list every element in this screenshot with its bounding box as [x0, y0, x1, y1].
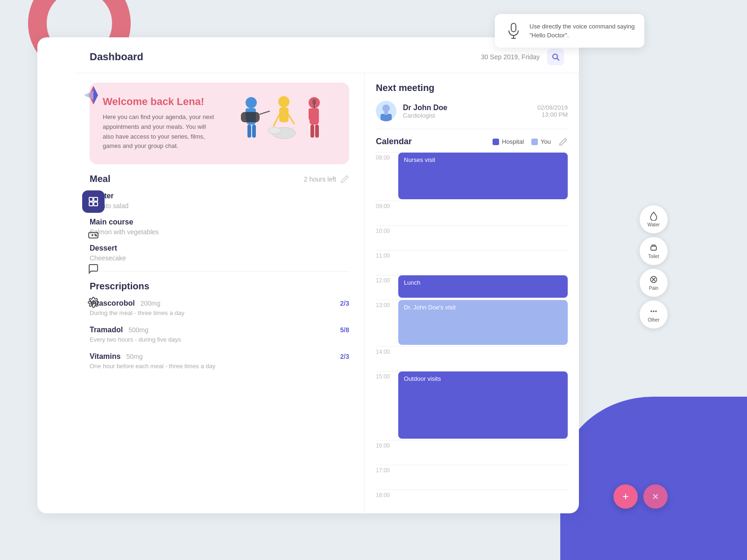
svg-rect-9 [89, 202, 93, 206]
slot-content-10 [398, 226, 568, 250]
svg-rect-45 [651, 246, 656, 250]
other-label: Other [648, 317, 659, 322]
header-date: 30 Sep 2019, Friday [481, 53, 540, 61]
legend-you: You [531, 138, 551, 145]
welcome-illustration [218, 83, 340, 164]
svg-point-15 [96, 235, 97, 236]
other-button[interactable]: Other [640, 301, 668, 329]
pain-label: Pain [649, 286, 658, 291]
svg-rect-23 [247, 125, 251, 138]
meal-items: Starter Tomato salad Main course Salmon … [90, 192, 349, 262]
welcome-banner: Welcome back Lena! Here you can find you… [90, 83, 349, 164]
svg-line-31 [274, 115, 279, 126]
svg-rect-0 [511, 23, 516, 32]
mic-icon [504, 21, 523, 40]
slot-content-15: Outdoor visits [398, 371, 568, 439]
meal-section-header: Meal 2 hours left [90, 174, 349, 184]
doctor-info: Dr John Doe Cardiologist [376, 101, 447, 121]
svg-point-49 [650, 310, 652, 312]
slot-content-16 [398, 441, 568, 465]
presc-instruction-2: One hour before each meal - three times … [90, 363, 349, 370]
toilet-button[interactable]: Toilet [640, 237, 668, 265]
time-slot-14: 14:00 [376, 346, 568, 371]
page-title: Dashboard [90, 51, 143, 63]
sidebar-item-dashboard[interactable] [82, 190, 105, 213]
slot-content-12: Lunch [398, 275, 568, 300]
calendar-edit-icon[interactable] [558, 137, 568, 147]
svg-rect-43 [381, 114, 392, 121]
welcome-description: Here you can find your agenda, your next… [103, 112, 215, 151]
meal-edit-icon[interactable] [340, 175, 349, 184]
meal-meta: 2 hours left [304, 175, 349, 184]
legend-hospital: Hospital [493, 138, 524, 145]
svg-rect-8 [94, 197, 98, 201]
doctor-details: Dr John Doe Cardiologist [403, 104, 447, 119]
svg-point-40 [312, 99, 316, 105]
svg-line-18 [557, 58, 559, 60]
legend-you-label: You [541, 138, 551, 145]
presc-count-0: 2/3 [340, 300, 349, 307]
time-slot-17: 17:00 [376, 465, 568, 490]
sidebar-item-settings[interactable] [82, 291, 105, 314]
water-button[interactable]: Water [640, 205, 668, 233]
svg-point-19 [246, 97, 257, 108]
calendar-legend: Hospital You [493, 137, 568, 147]
fab-area: + × [613, 484, 668, 509]
meal-time-left: 2 hours left [304, 175, 336, 183]
doctor-specialty: Cardiologist [403, 112, 447, 119]
time-slot-15: 15:00 Outdoor visits [376, 371, 568, 440]
svg-point-16 [92, 301, 95, 304]
header-right: 30 Sep 2019, Friday [481, 49, 564, 65]
main-card: Dashboard 30 Sep 2019, Friday Welcome ba… [37, 37, 579, 513]
meeting-time: 02/08/2019 13:00 PM [537, 104, 568, 118]
svg-point-51 [655, 310, 656, 312]
presc-dose-0: 200mg [141, 300, 161, 307]
svg-rect-37 [310, 125, 314, 138]
time-slot-09: 09:00 [376, 201, 568, 225]
presc-instruction-0: During the meal - three times a day [90, 309, 349, 316]
time-slot-16: 16:00 [376, 440, 568, 465]
two-col-layout: Welcome back Lena! Here you can find you… [75, 73, 579, 513]
welcome-greeting: Welcome back Lena! [103, 96, 215, 108]
svg-rect-36 [315, 108, 319, 120]
time-slot-13: 13:00 Dr. John Doe's visit [376, 300, 568, 346]
calendar-header: Calendar Hospital You [376, 137, 568, 147]
svg-point-42 [382, 105, 390, 112]
fab-close-button[interactable]: × [643, 484, 668, 509]
pain-button[interactable]: Pain [640, 269, 668, 297]
time-label-14: 14:00 [376, 347, 398, 355]
svg-marker-6 [84, 91, 93, 100]
doctor-name: Dr John Doe [403, 104, 447, 112]
fab-add-button[interactable]: + [613, 484, 638, 509]
time-label-10: 10:00 [376, 226, 398, 234]
cal-event-nurses: Nurses visit [398, 153, 568, 199]
search-button[interactable] [547, 49, 564, 65]
time-label-15: 15:00 [376, 371, 398, 380]
slot-content-09 [398, 201, 568, 225]
time-label-08: 08:00 [376, 153, 398, 161]
right-panel: Next meeting D [364, 73, 579, 513]
time-label-13: 13:00 [376, 300, 398, 308]
meal-item-dessert: Dessert Cheesecake [90, 244, 349, 262]
svg-point-50 [653, 310, 654, 312]
svg-rect-25 [241, 112, 260, 122]
sidebar-item-games[interactable] [82, 224, 105, 246]
svg-rect-44 [384, 111, 388, 115]
slot-content-14 [398, 347, 568, 371]
presc-item-0: Vitascorobol 200mg 2/3 During the meal -… [90, 299, 349, 316]
sidebar-item-chat[interactable] [82, 258, 105, 280]
slot-content-17 [398, 465, 568, 490]
svg-line-26 [260, 111, 270, 114]
prescriptions-section-header: Prescriptions [90, 281, 349, 292]
content-area: Dashboard 30 Sep 2019, Friday Welcome ba… [75, 37, 579, 513]
meal-course-dessert: Dessert [90, 244, 349, 252]
svg-point-30 [268, 127, 281, 134]
svg-point-27 [278, 96, 289, 107]
doctor-avatar [376, 101, 396, 121]
app-logo[interactable] [82, 84, 105, 106]
svg-rect-7 [89, 197, 93, 201]
legend-hospital-dot [493, 139, 499, 145]
voice-tooltip-text: Use directly the voice command saying "H… [529, 22, 635, 40]
time-label-16: 16:00 [376, 441, 398, 449]
svg-line-32 [289, 115, 294, 124]
